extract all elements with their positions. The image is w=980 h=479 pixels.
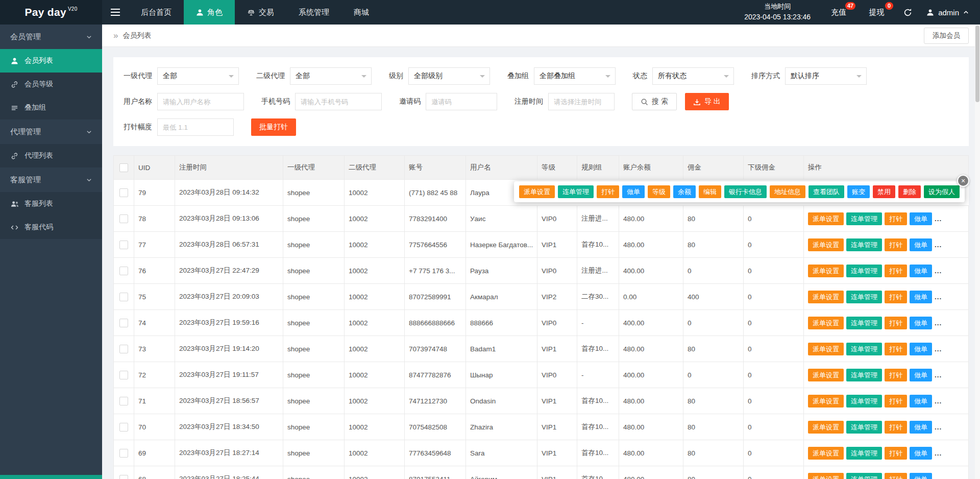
action-make-order-button[interactable]: 做单 [910, 369, 932, 381]
more-actions-button[interactable]: ... [935, 423, 942, 431]
row-checkbox[interactable] [119, 475, 128, 479]
sidebar-item-member-list[interactable]: 会员列表 [0, 49, 102, 73]
filter-select-stack-group[interactable]: 全部叠加组 [534, 67, 616, 85]
inject-range-input[interactable] [157, 118, 234, 136]
popup-action-delete-button[interactable]: 删除 [898, 185, 921, 198]
refresh-icon[interactable] [895, 0, 920, 25]
row-checkbox[interactable] [119, 397, 128, 405]
action-dispatch-settings-button[interactable]: 派单设置 [808, 421, 844, 434]
action-make-order-button[interactable]: 做单 [910, 421, 932, 434]
more-actions-button[interactable]: ... [935, 293, 942, 301]
popup-close-button[interactable]: × [957, 175, 969, 187]
action-dispatch-settings-button[interactable]: 派单设置 [808, 238, 844, 251]
more-actions-button[interactable]: ... [935, 475, 942, 479]
action-inject-button[interactable]: 打针 [885, 265, 907, 277]
row-checkbox[interactable] [119, 319, 128, 327]
row-checkbox[interactable] [119, 345, 128, 353]
more-actions-button[interactable]: ... [935, 371, 942, 379]
action-chain-orders-button[interactable]: 连单管理 [846, 343, 882, 355]
action-dispatch-settings-button[interactable]: 派单设置 [808, 212, 844, 225]
action-dispatch-settings-button[interactable]: 派单设置 [808, 473, 844, 479]
action-inject-button[interactable]: 打针 [885, 395, 907, 408]
more-actions-button[interactable]: ... [935, 397, 942, 405]
action-make-order-button[interactable]: 做单 [910, 317, 932, 329]
row-checkbox[interactable] [119, 267, 128, 275]
action-chain-orders-button[interactable]: 连单管理 [846, 369, 882, 381]
action-inject-button[interactable]: 打针 [885, 473, 907, 479]
popup-action-disable-button[interactable]: 禁用 [873, 185, 895, 198]
popup-action-balance-button[interactable]: 余额 [673, 185, 696, 198]
action-inject-button[interactable]: 打针 [885, 369, 907, 381]
action-chain-orders-button[interactable]: 连单管理 [846, 317, 882, 329]
popup-action-inject-button[interactable]: 打针 [597, 185, 619, 198]
nav-item-home[interactable]: 后台首页 [129, 0, 184, 25]
action-chain-orders-button[interactable]: 连单管理 [846, 447, 882, 460]
filter-select-agent1[interactable]: 全部 [157, 67, 239, 85]
action-inject-button[interactable]: 打针 [885, 317, 907, 329]
action-make-order-button[interactable]: 做单 [910, 212, 932, 225]
popup-action-account-changes-button[interactable]: 账变 [847, 185, 870, 198]
action-inject-button[interactable]: 打针 [885, 212, 907, 225]
action-make-order-button[interactable]: 做单 [910, 473, 932, 479]
nav-item-roles[interactable]: 角色 [184, 0, 235, 25]
action-dispatch-settings-button[interactable]: 派单设置 [808, 343, 844, 355]
popup-action-chain-orders-button[interactable]: 连单管理 [558, 185, 594, 198]
popup-action-bank-info-button[interactable]: 银行卡信息 [724, 185, 767, 198]
action-make-order-button[interactable]: 做单 [910, 238, 932, 251]
action-inject-button[interactable]: 打针 [885, 291, 907, 303]
action-inject-button[interactable]: 打针 [885, 343, 907, 355]
action-inject-button[interactable]: 打针 [885, 447, 907, 460]
action-make-order-button[interactable]: 做单 [910, 395, 932, 408]
action-dispatch-settings-button[interactable]: 派单设置 [808, 395, 844, 408]
sidebar-item-support-code[interactable]: 客服代码 [0, 215, 102, 239]
sidebar-group-member-management[interactable]: 会员管理 [0, 25, 102, 49]
filter-select-level[interactable]: 全部级别 [408, 67, 490, 85]
more-actions-button[interactable]: ... [935, 319, 942, 327]
sidebar-item-member-level[interactable]: 会员等级 [0, 73, 102, 96]
row-checkbox[interactable] [119, 449, 128, 458]
action-make-order-button[interactable]: 做单 [910, 265, 932, 277]
popup-action-level-button[interactable]: 等级 [648, 185, 670, 198]
action-dispatch-settings-button[interactable]: 派单设置 [808, 369, 844, 381]
row-checkbox[interactable] [119, 214, 128, 223]
batch-inject-button[interactable]: 批量打针 [251, 118, 296, 136]
action-chain-orders-button[interactable]: 连单管理 [846, 395, 882, 408]
vertical-scrollbar[interactable] [975, 25, 980, 479]
row-checkbox[interactable] [119, 371, 128, 379]
nav-item-system[interactable]: 系统管理 [286, 0, 341, 25]
action-dispatch-settings-button[interactable]: 派单设置 [808, 317, 844, 329]
action-make-order-button[interactable]: 做单 [910, 343, 932, 355]
recharge-button[interactable]: 充值 47 [820, 0, 857, 25]
action-make-order-button[interactable]: 做单 [910, 291, 932, 303]
sidebar-group-agent-management[interactable]: 代理管理 [0, 119, 102, 144]
sidebar-group-support-management[interactable]: 客服管理 [0, 167, 102, 192]
filter-select-sort[interactable]: 默认排序 [785, 67, 867, 85]
filter-select-status[interactable]: 所有状态 [652, 67, 734, 85]
nav-item-mall[interactable]: 商城 [341, 0, 381, 25]
admin-menu[interactable]: admin [920, 0, 980, 25]
scrollbar-thumb[interactable] [975, 26, 979, 102]
popup-action-edit-button[interactable]: 编辑 [699, 185, 721, 198]
popup-action-dispatch-settings-button[interactable]: 派单设置 [519, 185, 555, 198]
action-chain-orders-button[interactable]: 连单管理 [846, 212, 882, 225]
sidebar-item-agent-list[interactable]: 代理列表 [0, 144, 102, 167]
action-inject-button[interactable]: 打针 [885, 238, 907, 251]
more-actions-button[interactable]: ... [935, 449, 942, 457]
sidebar-item-stack-group[interactable]: 叠加组 [0, 96, 102, 119]
popup-action-set-fake-button[interactable]: 设为假人 [924, 185, 960, 198]
action-chain-orders-button[interactable]: 连单管理 [846, 265, 882, 277]
more-actions-button[interactable]: ... [935, 215, 942, 223]
nav-item-trade[interactable]: 交易 [235, 0, 286, 25]
popup-action-make-order-button[interactable]: 做单 [622, 185, 645, 198]
popup-action-view-team-button[interactable]: 查看团队 [808, 185, 844, 198]
menu-toggle-icon[interactable] [102, 0, 129, 25]
action-make-order-button[interactable]: 做单 [910, 447, 932, 460]
action-dispatch-settings-button[interactable]: 派单设置 [808, 265, 844, 277]
more-actions-button[interactable]: ... [935, 345, 942, 353]
action-chain-orders-button[interactable]: 连单管理 [846, 473, 882, 479]
filter-input-invite-code[interactable] [426, 93, 497, 110]
action-dispatch-settings-button[interactable]: 派单设置 [808, 291, 844, 303]
popup-action-address-info-button[interactable]: 地址信息 [770, 185, 805, 198]
action-chain-orders-button[interactable]: 连单管理 [846, 421, 882, 434]
action-inject-button[interactable]: 打针 [885, 421, 907, 434]
